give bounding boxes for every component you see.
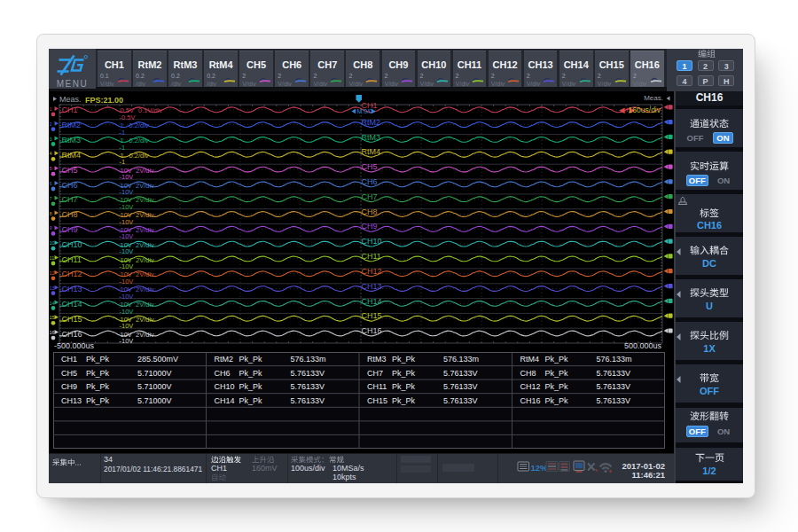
svg-text:CH12: CH12: [362, 267, 382, 276]
svg-text:Pk_Pk: Pk_Pk: [239, 369, 263, 378]
svg-text:14: 14: [50, 301, 55, 306]
svg-text:RtM2: RtM2: [215, 355, 234, 364]
svg-text:CH5: CH5: [61, 369, 77, 378]
svg-text:CH13: CH13: [61, 396, 82, 405]
svg-text:RtM4: RtM4: [362, 147, 381, 156]
svg-text:2V/div: 2V/div: [136, 211, 154, 219]
svg-text:CH11: CH11: [367, 382, 387, 391]
svg-text:15: 15: [50, 315, 55, 320]
svg-text:M:0/0: M:0/0: [357, 108, 373, 114]
svg-text:2V/div: 2V/div: [136, 270, 154, 278]
svg-text:5.76133V: 5.76133V: [291, 382, 325, 391]
svg-text:8: 8: [50, 211, 52, 216]
svg-text:2V/div: 2V/div: [136, 241, 154, 249]
svg-text:-10V: -10V: [120, 232, 134, 240]
svg-text:Pk_Pk: Pk_Pk: [392, 369, 416, 378]
svg-text:-1: -1: [120, 158, 126, 166]
svg-text:5.71000V: 5.71000V: [137, 369, 172, 378]
svg-text:RtM4: RtM4: [62, 151, 82, 160]
svg-text:Pk_Pk: Pk_Pk: [392, 355, 416, 364]
svg-text:5.76133V: 5.76133V: [597, 396, 631, 405]
svg-text:500.000us: 500.000us: [624, 341, 662, 350]
svg-text:Pk_Pk: Pk_Pk: [239, 396, 263, 405]
svg-text:-10V: -10V: [120, 203, 134, 211]
svg-text:5.71000V: 5.71000V: [137, 396, 172, 405]
svg-text:-500.000us: -500.000us: [54, 341, 95, 350]
svg-text:5.71000V: 5.71000V: [137, 382, 172, 391]
svg-text:-1: -1: [120, 129, 126, 137]
svg-text:CH11: CH11: [62, 255, 82, 264]
svg-text:CH10: CH10: [362, 237, 382, 246]
svg-text:RtM3: RtM3: [367, 355, 387, 364]
svg-text:Pk_Pk: Pk_Pk: [545, 396, 569, 405]
svg-text:CH10: CH10: [62, 240, 82, 249]
svg-text:5.76133V: 5.76133V: [291, 369, 325, 378]
svg-text:CH5: CH5: [62, 166, 78, 175]
svg-text:2V/div: 2V/div: [136, 226, 154, 234]
svg-text:CH13: CH13: [62, 285, 82, 293]
svg-text:Pk_Pk: Pk_Pk: [392, 382, 416, 391]
svg-text:CH8: CH8: [362, 207, 378, 216]
svg-text:0.2/div: 0.2/div: [129, 152, 149, 160]
svg-text:Meas.: Meas.: [59, 95, 82, 104]
svg-text:576.133m: 576.133m: [597, 355, 632, 364]
svg-text:CH6: CH6: [62, 181, 78, 190]
svg-text:Meas.: Meas.: [644, 94, 663, 102]
svg-text:16: 16: [50, 330, 55, 335]
svg-text:576.133m: 576.133m: [291, 355, 326, 364]
svg-text:13: 13: [50, 286, 55, 291]
svg-text:10: 10: [50, 240, 55, 246]
svg-text:Pk_Pk: Pk_Pk: [86, 396, 110, 405]
svg-text:CH5: CH5: [362, 162, 378, 171]
svg-text:CH12: CH12: [62, 270, 82, 278]
svg-text:CH9: CH9: [62, 225, 78, 234]
svg-text:0.2/div: 0.2/div: [129, 137, 149, 145]
svg-text:2: 2: [50, 121, 52, 127]
svg-text:CH11: CH11: [362, 252, 381, 261]
svg-text:CH12: CH12: [520, 382, 541, 391]
svg-text:5: 5: [50, 166, 52, 171]
svg-text:CH15: CH15: [62, 315, 82, 324]
svg-text:2V/div: 2V/div: [136, 182, 154, 190]
svg-text:9: 9: [50, 225, 52, 231]
svg-text:CH16: CH16: [520, 396, 541, 405]
svg-text:5.76133V: 5.76133V: [291, 396, 325, 405]
svg-text:-0.5V: -0.5V: [120, 113, 136, 121]
svg-text:Pk_Pk: Pk_Pk: [86, 382, 110, 391]
svg-text:-10V: -10V: [120, 293, 134, 301]
svg-text:-10V: -10V: [120, 247, 134, 255]
svg-text:2V/div: 2V/div: [136, 286, 154, 293]
svg-text:2V/div: 2V/div: [136, 196, 154, 204]
svg-text:CH15: CH15: [362, 311, 382, 320]
svg-text:CH13: CH13: [362, 282, 382, 291]
svg-text:RtM3: RtM3: [362, 133, 381, 142]
svg-text:CH7: CH7: [62, 195, 78, 204]
svg-text:CH7: CH7: [362, 192, 378, 201]
svg-text:3: 3: [50, 137, 52, 142]
svg-text:-10V: -10V: [120, 308, 134, 316]
svg-text:CH6: CH6: [215, 369, 231, 378]
svg-text:2V/div: 2V/div: [136, 316, 154, 324]
svg-text:CH10: CH10: [215, 382, 235, 391]
svg-text:2V/div: 2V/div: [136, 256, 154, 264]
svg-text:RtM4: RtM4: [520, 355, 540, 364]
svg-text:CH1: CH1: [61, 355, 77, 364]
svg-text:CH14: CH14: [62, 300, 82, 309]
svg-text:-1: -1: [120, 144, 126, 152]
svg-text:4: 4: [50, 151, 52, 156]
svg-text:2V/div: 2V/div: [136, 331, 154, 339]
svg-text:Pk_Pk: Pk_Pk: [239, 382, 263, 391]
svg-text:-10V: -10V: [120, 322, 134, 330]
svg-text:CH16: CH16: [62, 330, 82, 339]
svg-text:-10V: -10V: [120, 337, 134, 345]
svg-text:CH9: CH9: [61, 382, 77, 391]
svg-text:5.76133V: 5.76133V: [443, 369, 478, 378]
svg-text:12%: 12%: [531, 463, 549, 473]
svg-text:CH8: CH8: [62, 210, 78, 219]
svg-text:5.76133V: 5.76133V: [597, 382, 631, 391]
svg-text:576.133m: 576.133m: [443, 355, 479, 364]
svg-text:2V/div: 2V/div: [136, 167, 154, 175]
svg-text:285.500mV: 285.500mV: [137, 355, 178, 364]
svg-text:CH9: CH9: [362, 222, 378, 231]
svg-text:CH14: CH14: [215, 396, 235, 405]
